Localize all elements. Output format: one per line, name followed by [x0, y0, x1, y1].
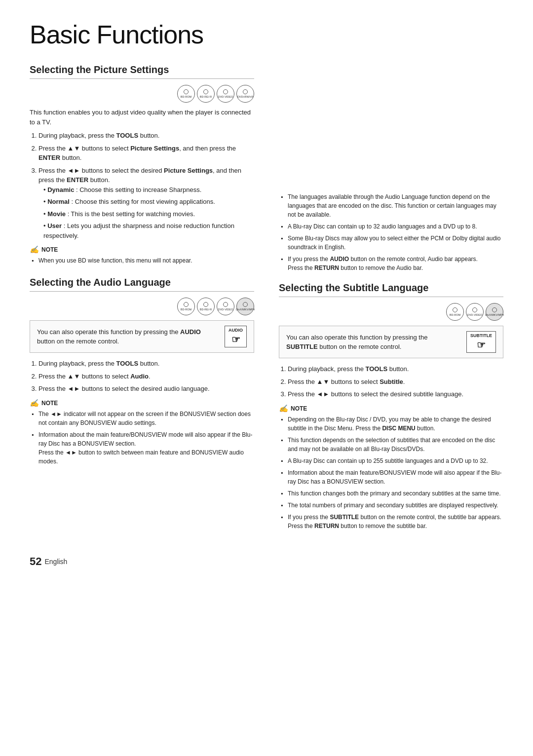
- page-language: English: [44, 558, 67, 566]
- disc-icon-bdrer: BD-RE/-R: [197, 85, 215, 103]
- note-label-subtitle: NOTE: [291, 405, 307, 412]
- subtitle-steps: During playback, press the TOOLS button.…: [279, 364, 503, 399]
- picture-step-1: During playback, press the TOOLS button.: [38, 131, 254, 141]
- disc-icons-picture: BD-ROM BD-RE/-R DVD-VIDEO DVD±RW/±R: [30, 85, 254, 103]
- subtitle-step-3: Press the ◄► buttons to select the desir…: [288, 389, 503, 399]
- note-icon-subtitle: ✍: [279, 404, 288, 413]
- audio-top-note-3: Some Blu-ray Discs may allow you to sele…: [288, 234, 503, 252]
- picture-step-3: Press the ◄► buttons to select the desir…: [38, 166, 254, 241]
- audio-note-item-2: Information about the main feature/BONUS…: [38, 430, 254, 466]
- picture-note-item-1: When you use BD wise function, this menu…: [38, 256, 254, 265]
- subtitle-note: ✍ NOTE Depending on the Blu-ray Disc / D…: [279, 404, 503, 530]
- subtitle-button-img: SUBTITLE☞: [466, 331, 496, 353]
- audio-top-notes: The languages available through the Audi…: [279, 192, 503, 272]
- audio-button-label: AUDIO☞: [225, 326, 247, 347]
- section-audio-language-title: Selecting the Audio Language: [30, 277, 254, 292]
- subtitle-note-2: This function depends on the selection o…: [288, 436, 503, 454]
- section-picture-settings-title: Selecting the Picture Settings: [30, 64, 254, 79]
- disc-icon-bdrom-audio: BD-ROM: [177, 298, 195, 315]
- disc-icons-audio: BD-ROM BD-RE/-R DVD-VIDEO DivX/MKV/MP4: [30, 298, 254, 315]
- right-column: The languages available through the Audi…: [279, 64, 503, 535]
- picture-note: ✍ NOTE When you use BD wise function, th…: [30, 245, 254, 265]
- subtitle-note-6: The total numbers of primary and seconda…: [288, 501, 503, 510]
- bullet-user: User : Lets you adjust the sharpness and…: [43, 221, 254, 240]
- audio-steps: During playback, press the TOOLS button.…: [30, 359, 254, 394]
- disc-icon-bdrom-subtitle: BD-ROM: [446, 303, 464, 321]
- page-title: Basic Functions: [30, 20, 503, 49]
- subtitle-function-text: You can also operate this function by pr…: [286, 333, 459, 352]
- section-audio-language: Selecting the Audio Language BD-ROM BD-R…: [30, 277, 254, 466]
- hand-icon-subtitle: ☞: [477, 339, 486, 351]
- note-icon-picture: ✍: [30, 245, 39, 254]
- disc-icon-dvdvideo-audio: DVD-VIDEO: [217, 298, 234, 315]
- audio-top-note-1: The languages available through the Audi…: [288, 192, 503, 219]
- note-label-picture: NOTE: [41, 246, 58, 253]
- audio-top-note-2: A Blu-ray Disc can contain up to 32 audi…: [288, 222, 503, 231]
- audio-note-item-1: The ◄► indicator will not appear on the …: [38, 410, 254, 427]
- subtitle-note-3: A Blu-ray Disc can contain up to 255 sub…: [288, 456, 503, 465]
- bullet-normal: Normal : Choose this setting for most vi…: [43, 197, 254, 207]
- disc-icon-divx-subtitle: DivX/MKV/MP4: [486, 303, 503, 321]
- audio-function-box: You can also operate this function by pr…: [30, 320, 254, 353]
- subtitle-note-7: If you press the SUBTITLE button on the …: [288, 513, 503, 530]
- page-footer: 52 English: [30, 555, 503, 568]
- picture-step-2: Press the ▲▼ buttons to select Picture S…: [38, 144, 254, 163]
- disc-icon-bdrom: BD-ROM: [177, 85, 195, 103]
- audio-top-note-4: If you press the AUDIO button on the rem…: [288, 255, 503, 272]
- disc-icons-subtitle: BD-ROM DVD-VIDEO DivX/MKV/MP4: [279, 303, 503, 321]
- subtitle-note-1: Depending on the Blu-ray Disc / DVD, you…: [288, 415, 503, 433]
- audio-button-img: AUDIO☞: [225, 326, 247, 347]
- disc-icon-divx-audio: DivX/MKV/MP4: [236, 298, 254, 315]
- bullet-movie: Movie : This is the best setting for wat…: [43, 209, 254, 219]
- page-number: 52: [30, 555, 41, 568]
- bullet-dynamic: Dynamic : Choose this setting to increas…: [43, 185, 254, 195]
- audio-function-text: You can also operate this function by pr…: [37, 327, 218, 346]
- disc-icon-dvdvideo: DVD-VIDEO: [217, 85, 234, 103]
- hand-icon-audio: ☞: [231, 334, 240, 345]
- section-picture-settings: Selecting the Picture Settings BD-ROM BD…: [30, 64, 254, 265]
- audio-step-1: During playback, press the TOOLS button.: [38, 359, 254, 369]
- note-icon-audio: ✍: [30, 399, 39, 408]
- subtitle-note-4: Information about the main feature/BONUS…: [288, 468, 503, 486]
- disc-icon-dvdvideo-subtitle: DVD-VIDEO: [466, 303, 484, 321]
- section-subtitle-language-title: Selecting the Subtitle Language: [279, 282, 503, 297]
- subtitle-note-5: This function changes both the primary a…: [288, 489, 503, 498]
- picture-bullets: Dynamic : Choose this setting to increas…: [38, 185, 254, 241]
- audio-note: ✍ NOTE The ◄► indicator will not appear …: [30, 399, 254, 466]
- picture-settings-steps: During playback, press the TOOLS button.…: [30, 131, 254, 240]
- disc-icon-dvdrw: DVD±RW/±R: [236, 85, 254, 103]
- audio-step-3: Press the ◄► buttons to select the desir…: [38, 384, 254, 394]
- left-column: Selecting the Picture Settings BD-ROM BD…: [30, 64, 254, 535]
- subtitle-step-1: During playback, press the TOOLS button.: [288, 364, 503, 374]
- subtitle-button-label: SUBTITLE☞: [466, 331, 496, 353]
- picture-settings-intro: This function enables you to adjust vide…: [30, 108, 254, 127]
- section-subtitle-language: Selecting the Subtitle Language BD-ROM D…: [279, 282, 503, 530]
- note-label-audio: NOTE: [41, 400, 58, 407]
- audio-step-2: Press the ▲▼ buttons to select Audio.: [38, 372, 254, 381]
- subtitle-step-2: Press the ▲▼ buttons to select Subtitle.: [288, 377, 503, 387]
- subtitle-function-box: You can also operate this function by pr…: [279, 326, 503, 358]
- disc-icon-bdrer-audio: BD-RE/-R: [197, 298, 215, 315]
